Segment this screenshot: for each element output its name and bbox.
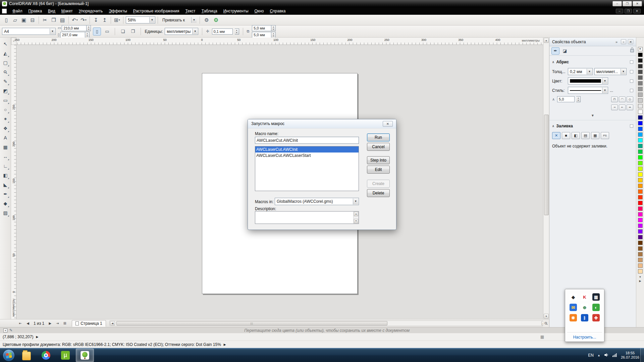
menu-item[interactable]: Окно bbox=[252, 8, 267, 14]
smart-fill-tool[interactable]: ◩ bbox=[1, 86, 10, 95]
page-preset-combobox[interactable]: A4 bbox=[2, 28, 56, 35]
description-scrollbar[interactable]: ▲ ▼ bbox=[353, 212, 359, 224]
text-tool[interactable]: A bbox=[1, 133, 10, 142]
outline-style-combobox[interactable] bbox=[568, 87, 608, 94]
run-button[interactable]: Run bbox=[367, 133, 390, 141]
horizontal-scroll-thumb[interactable]: ||| bbox=[116, 321, 387, 325]
import-icon[interactable]: ↧ bbox=[92, 16, 100, 24]
maximize-button[interactable]: ❐ bbox=[623, 1, 632, 6]
zoom-level-combobox[interactable]: 58% bbox=[126, 16, 155, 23]
speaker-icon[interactable] bbox=[604, 353, 609, 358]
next-page-icon[interactable]: ▶ bbox=[47, 320, 53, 326]
fill-section-header[interactable]: ∧ Заливка bbox=[549, 122, 636, 130]
dropdown-arrow-icon[interactable]: ▾ bbox=[76, 18, 78, 21]
color-swatch[interactable] bbox=[638, 64, 643, 68]
nudge-stepper[interactable] bbox=[235, 28, 239, 35]
units-combobox[interactable]: миллиметры bbox=[165, 28, 198, 35]
first-page-icon[interactable]: ⇤ bbox=[17, 320, 23, 326]
cap-style-1-button[interactable]: ╼ bbox=[611, 105, 618, 110]
color-swatch[interactable] bbox=[638, 201, 643, 205]
cap-style-3-button[interactable]: ━ bbox=[627, 105, 633, 110]
color-swatch[interactable] bbox=[638, 195, 643, 199]
outline-width-units-combobox[interactable]: миллимет... bbox=[594, 68, 627, 75]
color-swatch[interactable] bbox=[638, 172, 643, 177]
menu-item[interactable]: Упорядочить bbox=[76, 8, 106, 14]
palette-eyedropper-icon[interactable]: ✎ bbox=[9, 328, 12, 333]
show-desktop-button[interactable] bbox=[640, 348, 644, 362]
color-swatch[interactable] bbox=[638, 104, 643, 108]
nudge-field[interactable]: 0,1 мм bbox=[212, 28, 233, 35]
shape-tool[interactable]: ◭ bbox=[1, 49, 10, 58]
duplicate-y-field[interactable]: 5,0 мм bbox=[252, 32, 271, 38]
new-document-icon[interactable]: ▯ bbox=[2, 16, 11, 24]
zoom-tool[interactable]: ⚲ bbox=[1, 68, 10, 76]
add-page-icon[interactable]: ⊞ bbox=[62, 320, 68, 326]
color-swatch[interactable]: ✕ bbox=[638, 47, 643, 51]
color-swatch[interactable] bbox=[638, 115, 643, 120]
step-into-button[interactable]: Step Into bbox=[367, 156, 390, 164]
menu-item[interactable]: Справка bbox=[267, 8, 288, 14]
coreldraw-taskbar-button[interactable] bbox=[76, 349, 94, 362]
palette-flyout-icon[interactable]: ▶ bbox=[639, 280, 642, 283]
expand-more-icon[interactable]: ▼ bbox=[549, 114, 636, 117]
color-swatch[interactable] bbox=[638, 155, 643, 160]
close-button[interactable]: ✕ bbox=[633, 1, 642, 6]
crop-tool[interactable]: ▢ bbox=[1, 58, 10, 67]
color-swatch[interactable] bbox=[638, 53, 643, 57]
color-swatch[interactable] bbox=[638, 70, 643, 74]
dropdown-arrow-icon[interactable]: ▾ bbox=[85, 18, 87, 21]
menu-item[interactable]: Инструменты bbox=[220, 8, 252, 14]
dimension-tool[interactable]: ↔ bbox=[1, 152, 10, 161]
network-icon[interactable] bbox=[612, 353, 617, 358]
menu-item[interactable]: Вид bbox=[45, 8, 58, 14]
menu-item[interactable]: Эффекты bbox=[106, 8, 130, 14]
outline-tab[interactable]: ✒ bbox=[551, 47, 559, 55]
page-width-stepper[interactable] bbox=[87, 25, 91, 31]
macro-name-input[interactable]: AWCLaserCut.AWCInit bbox=[255, 137, 359, 144]
connector-tool[interactable]: ∟ bbox=[1, 162, 10, 170]
welcome-screen-icon[interactable]: ❂ bbox=[212, 16, 220, 24]
description-box[interactable]: ▲ ▼ bbox=[255, 211, 359, 224]
blend-tool[interactable]: ◧ bbox=[1, 171, 10, 180]
explorer-taskbar-button[interactable] bbox=[17, 349, 36, 362]
menu-item[interactable]: Текст bbox=[182, 8, 198, 14]
options-gear-icon[interactable]: ⚙ bbox=[202, 16, 211, 24]
scroll-up-icon[interactable]: ▲ bbox=[544, 38, 549, 43]
color-swatch[interactable] bbox=[638, 241, 643, 245]
color-swatch[interactable] bbox=[638, 189, 643, 194]
color-swatch[interactable] bbox=[638, 235, 643, 239]
edit-button[interactable]: Edit bbox=[367, 166, 390, 174]
desc-scroll-up-icon[interactable]: ▲ bbox=[354, 212, 358, 216]
redo-icon[interactable]: ↷▾ bbox=[79, 16, 88, 24]
menu-item[interactable]: Макет bbox=[58, 8, 76, 14]
menu-item[interactable]: Правка bbox=[25, 8, 45, 14]
delete-button[interactable]: Delete bbox=[367, 189, 390, 197]
color-swatch[interactable] bbox=[638, 178, 643, 182]
color-swatch[interactable] bbox=[638, 224, 643, 228]
doc-close-button[interactable]: ✕ bbox=[633, 9, 641, 13]
lock-icon[interactable] bbox=[630, 49, 634, 52]
print-icon[interactable]: ⊟ bbox=[28, 16, 37, 24]
status-expand-icon[interactable]: ▶ bbox=[36, 335, 38, 339]
menu-item[interactable]: Таблица bbox=[199, 8, 220, 14]
miter-limit-stepper[interactable] bbox=[576, 96, 581, 102]
color-swatch[interactable] bbox=[638, 58, 643, 63]
palette-scroll-down-icon[interactable]: ▼ bbox=[639, 276, 642, 279]
chrome-taskbar-button[interactable] bbox=[37, 349, 55, 362]
pick-tool[interactable]: ↖ bbox=[1, 40, 10, 48]
outline-options-icon[interactable] bbox=[630, 60, 633, 64]
fill-tool[interactable]: ◆ bbox=[1, 199, 10, 208]
no-fill-icon[interactable]: ✕ bbox=[552, 132, 560, 139]
language-indicator[interactable]: EN bbox=[588, 353, 594, 358]
start-button[interactable] bbox=[3, 349, 15, 361]
duplicate-x-stepper[interactable] bbox=[271, 25, 276, 31]
basic-shapes-tool[interactable]: ❖ bbox=[1, 124, 10, 133]
corner-style-1-button[interactable]: ⊓ bbox=[611, 97, 618, 102]
orange-tray-icon[interactable]: ❋ bbox=[570, 314, 577, 321]
rectangle-tool[interactable]: ▭ bbox=[1, 96, 10, 105]
miter-limit-field[interactable]: 5,0 bbox=[557, 96, 575, 102]
style-options-icon[interactable] bbox=[630, 89, 633, 92]
vertical-scrollbar[interactable]: ▲ ▼ bbox=[543, 38, 549, 319]
color-swatch[interactable] bbox=[638, 132, 643, 137]
macros-in-combobox[interactable]: GlobalMacros (AWCCorel.gms) bbox=[275, 198, 359, 205]
